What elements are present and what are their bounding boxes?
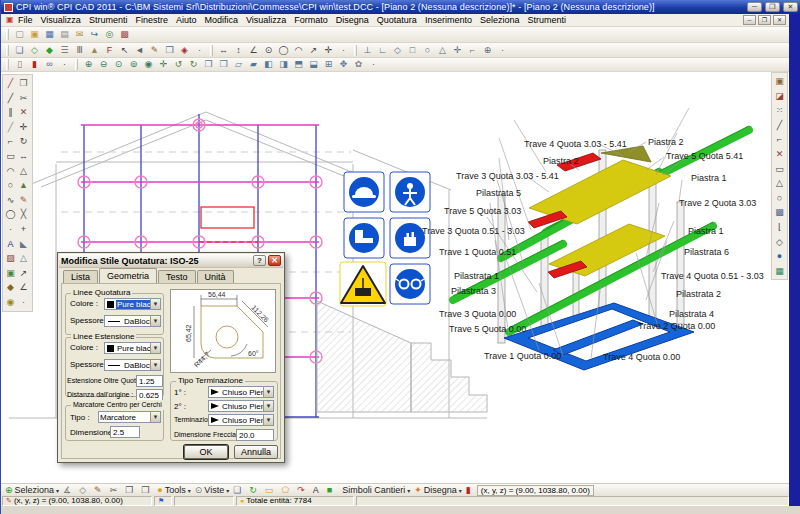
axis-icon[interactable]: ⌊ (773, 220, 786, 235)
region-icon[interactable]: ◉ (4, 295, 17, 310)
font-icon[interactable]: F (102, 44, 117, 57)
paste-icon[interactable]: ❒ (139, 484, 155, 497)
render-image-icon[interactable]: ▣ (773, 74, 786, 89)
view-front-icon[interactable]: ◧ (261, 58, 276, 71)
dim-radius-icon[interactable]: ⊙ (261, 44, 276, 57)
left-more-icon[interactable]: · (17, 295, 30, 310)
erase-icon[interactable]: ✕ (17, 105, 30, 120)
terminazione-2-combo[interactable]: Chiuso Pieno ▼ (208, 400, 274, 412)
rectangle-icon[interactable]: ▭ (4, 149, 17, 164)
colore-quotatura-combo[interactable]: Pure black ▼ (104, 298, 161, 310)
menu-modifica[interactable]: Modifica (200, 15, 242, 25)
zoom-out-icon[interactable]: ⊖ (96, 58, 111, 71)
snap-node-icon[interactable]: □ (405, 44, 420, 57)
snap-more-icon[interactable]: · (495, 44, 510, 57)
mdi-minimize-button[interactable]: ─ (743, 15, 756, 25)
menu-seleziona[interactable]: Seleziona (476, 15, 524, 25)
pen-tool-icon[interactable]: ✎ (92, 484, 108, 497)
snap-tangent-icon[interactable]: ⊕ (480, 44, 495, 57)
mail-icon[interactable]: ✉ (72, 28, 87, 41)
close-button[interactable]: ✕ (783, 2, 798, 12)
cut-icon[interactable]: ✂ (108, 484, 124, 497)
dialog-help-button[interactable]: ? (253, 255, 266, 266)
mdi-restore-button[interactable]: ❐ (758, 15, 771, 25)
double-line-icon[interactable]: ∥ (4, 105, 17, 120)
paste-icon[interactable]: ❐ (17, 76, 30, 91)
view-grid-icon[interactable]: ⊞ (321, 58, 336, 71)
tag-icon[interactable]: ◈ (177, 44, 192, 57)
menu-finestre[interactable]: Finestre (131, 15, 172, 25)
estensione-oltre-input[interactable]: 1.25 (136, 375, 163, 387)
spessore-estensione-combo[interactable]: DaBlocco ▼ (104, 359, 161, 371)
snap-midpoint-icon[interactable]: ◇ (390, 44, 405, 57)
center-mark-icon[interactable]: ✛ (321, 44, 336, 57)
new-icon[interactable]: ▢ (12, 28, 27, 41)
viewport-3-icon[interactable]: ▱ (231, 58, 246, 71)
viewport-2-icon[interactable]: ❒ (216, 58, 231, 71)
terminazione-combo[interactable]: Chiuso Pieno ▼ (208, 414, 274, 426)
rect-tool-icon[interactable]: ▭ (263, 484, 280, 497)
colore-estensione-combo[interactable]: Pure black ▼ (104, 342, 161, 354)
copy-entities-icon[interactable]: ❏ (12, 44, 27, 57)
zoom-extents-icon[interactable]: ⊚ (126, 58, 141, 71)
pyramid-icon[interactable]: ▲ (87, 44, 102, 57)
arc-icon[interactable]: ◠ (4, 164, 17, 179)
menu-file[interactable]: File (14, 15, 37, 25)
pan-icon[interactable]: ✛ (156, 58, 171, 71)
cut-icon[interactable]: ✂ (17, 91, 30, 106)
measure-tool-icon[interactable]: ∡ (61, 484, 77, 497)
sphere-icon[interactable]: ● (773, 249, 786, 264)
clipboard-icon[interactable]: ▯ (12, 58, 27, 71)
view-axes-icon[interactable]: ✥ (336, 58, 351, 71)
save-icon[interactable]: ▦ (42, 28, 57, 41)
line3d-icon[interactable]: ╱ (773, 118, 786, 133)
snap-quadrant-icon[interactable]: ⌐ (465, 44, 480, 57)
restore-button[interactable]: ❐ (765, 2, 780, 12)
chevron-down-icon[interactable]: ▼ (150, 360, 160, 370)
view-redo-icon[interactable]: ↻ (186, 58, 201, 71)
terminazione-1-combo[interactable]: Chiuso Pieno ▼ (208, 386, 274, 398)
leader-icon[interactable]: ↗ (306, 44, 321, 57)
point-icon[interactable]: · (4, 222, 17, 237)
ellipse-icon[interactable]: ◯ (4, 207, 17, 222)
break-icon[interactable]: ╳ (17, 207, 30, 222)
viewport-1-icon[interactable]: ❐ (201, 58, 216, 71)
polyline-icon[interactable]: ╱ (4, 91, 17, 106)
stretch-icon[interactable]: △ (17, 164, 30, 179)
text-icon[interactable]: A (4, 237, 17, 252)
snap-perpendicular-icon[interactable]: ⊥ (360, 44, 375, 57)
solid-icon[interactable]: ◆ (42, 44, 57, 57)
menu-strumenti-2[interactable]: Strumenti (523, 15, 570, 25)
record-icon[interactable]: ▮ (464, 484, 477, 497)
block-insert-icon[interactable]: ◆ (4, 280, 17, 295)
simboli-cantieri-dropdown[interactable]: Simboli Cantieri ▾ (338, 484, 412, 497)
view-undo-icon[interactable]: ↺ (171, 58, 186, 71)
menu-aiuto[interactable]: Aiuto (172, 15, 201, 25)
spline-icon[interactable]: ∿ (4, 193, 17, 208)
viewport-4-icon[interactable]: ▰ (246, 58, 261, 71)
layers-icon[interactable]: ☰ (57, 44, 72, 57)
minimize-button[interactable]: ─ (747, 2, 762, 12)
layers-panel-icon[interactable]: ❏ (231, 484, 247, 497)
annulla-button[interactable]: Annulla (234, 445, 278, 459)
refresh-icon[interactable]: ↻ (247, 484, 263, 497)
image-icon[interactable]: ▩ (117, 28, 132, 41)
modify-icon[interactable]: ✎ (17, 193, 30, 208)
chevron-down-icon[interactable]: ▼ (263, 401, 273, 411)
spessore-quotatura-combo[interactable]: DaBlocco ▼ (104, 315, 161, 327)
row3-more-icon[interactable]: · (57, 58, 72, 71)
block-icon[interactable]: ❒ (162, 44, 177, 57)
rotate-icon[interactable]: ↻ (17, 134, 30, 149)
solid-fill-icon[interactable]: ▲ (17, 178, 30, 193)
grid-points-icon[interactable]: ⁙ (773, 103, 786, 118)
chevron-down-icon[interactable]: ▼ (150, 412, 160, 422)
select-cursor-icon[interactable]: ↖ (117, 44, 132, 57)
zoom-in-icon[interactable]: ⊕ (81, 58, 96, 71)
construction-line-icon[interactable]: ╱ (4, 120, 17, 135)
tools-dropdown[interactable]: ● Tools ▾ (155, 484, 192, 497)
snap-endpoint-icon[interactable]: ∟ (375, 44, 390, 57)
render-view-icon[interactable]: ▦ (773, 264, 786, 279)
chevron-down-icon[interactable]: ▼ (150, 299, 160, 309)
material-icon[interactable]: ◪ (773, 89, 786, 104)
view-more-icon[interactable]: · (366, 58, 381, 71)
